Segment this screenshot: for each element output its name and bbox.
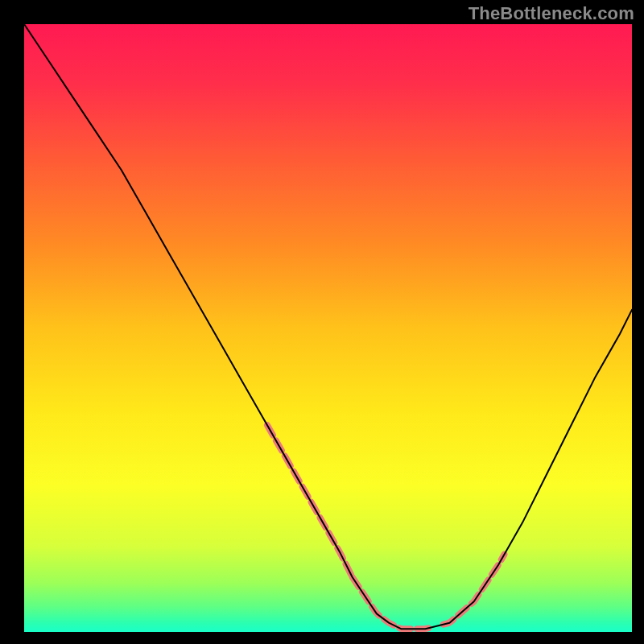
curve-line [24,24,632,629]
bottleneck-curve [24,24,632,632]
chart-frame: TheBottleneck.com [0,0,644,644]
curve-highlight [267,425,504,629]
watermark-text: TheBottleneck.com [469,3,634,24]
plot-area [24,24,632,632]
